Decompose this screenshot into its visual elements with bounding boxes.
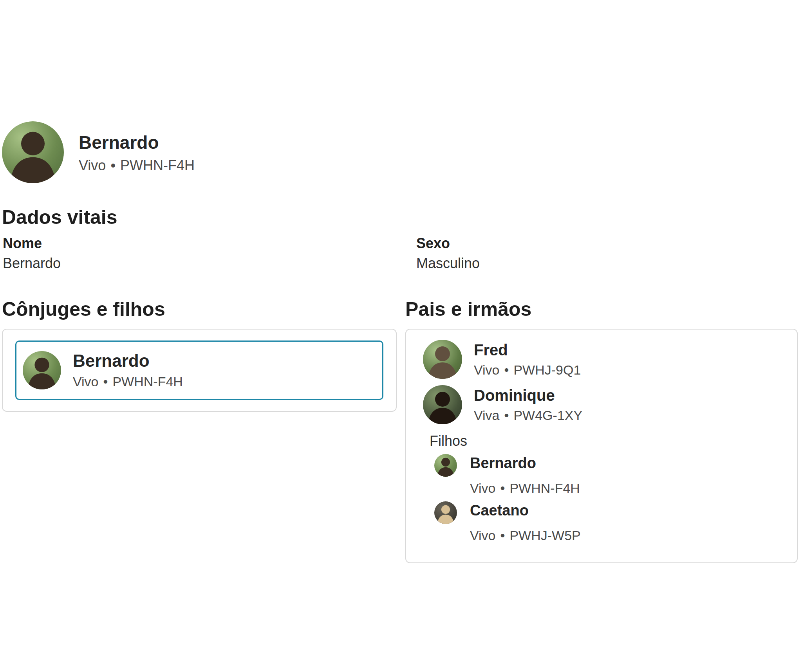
field-value: Masculino [416,254,798,273]
spouses-card: Bernardo Vivo•PWHN-F4H [2,329,397,412]
life-status: Vivo [79,157,106,173]
person-row[interactable]: Fred Vivo•PWHJ-9Q1 [423,340,781,379]
child-avatar [434,454,457,477]
vitals-section: Dados vitais Nome Bernardo Sexo Masculin… [2,207,798,273]
vitals-field-nome: Nome Bernardo [2,234,397,273]
bullet-separator: • [504,407,509,424]
person-subtitle: Viva•PW4G-1XY [474,407,582,424]
person-row[interactable]: Caetano Vivo•PWHJ-W5P [434,501,781,544]
page-title: Bernardo [79,132,195,153]
person-id: PWHJ-9Q1 [513,362,581,377]
parents-section: Pais e irmãos Fred Vivo•PWHJ-9Q1 [405,299,798,563]
bullet-separator: • [110,157,116,174]
person-subtitle: Vivo•PWHN-F4H [470,480,781,497]
spouses-heading: Cônjuges e filhos [2,299,397,320]
field-label: Nome [3,234,397,253]
person-row[interactable]: Bernardo Vivo•PWHN-F4H [434,454,781,497]
parent-avatar [423,385,462,424]
parents-card: Fred Vivo•PWHJ-9Q1 Dominique Viva•PW4G-1… [405,329,798,563]
field-label: Sexo [416,234,798,253]
parent-avatar [423,340,462,379]
vitals-heading: Dados vitais [2,207,798,228]
bullet-separator: • [103,374,108,389]
spouse-card-avatar [23,351,61,389]
life-status: Vivo [474,362,500,377]
header-avatar [2,121,64,183]
person-id: PWHN-F4H [112,374,182,389]
bullet-separator: • [500,480,505,497]
person-id: PWHN-F4H [509,481,580,495]
person-id: PWHN-F4H [120,157,195,173]
person-name: Dominique [474,386,582,405]
person-subtitle: Vivo•PWHJ-W5P [470,527,781,544]
person-id: PW4G-1XY [513,408,582,423]
person-name: Fred [474,341,581,359]
person-subtitle: Vivo•PWHN-F4H [73,374,183,389]
selected-person-card[interactable]: Bernardo Vivo•PWHN-F4H [15,341,383,400]
vitals-field-sexo: Sexo Masculino [405,234,798,273]
person-name: Bernardo [73,351,183,371]
life-status: Viva [474,408,500,423]
child-avatar [434,501,457,524]
children-label: Filhos [430,432,781,450]
person-name: Caetano [470,501,781,520]
profile-header: Bernardo Vivo•PWHN-F4H [2,121,195,183]
life-status: Vivo [470,481,496,495]
person-subtitle: Vivo•PWHJ-9Q1 [474,362,581,378]
person-row[interactable]: Dominique Viva•PW4G-1XY [423,385,781,424]
field-value: Bernardo [3,254,397,273]
person-id: PWHJ-W5P [509,528,580,543]
life-status: Vivo [470,528,496,543]
spouses-section: Cônjuges e filhos Bernardo Vivo•PWHN-F4H [2,299,397,412]
header-subtitle: Vivo•PWHN-F4H [79,157,195,174]
bullet-separator: • [504,362,509,378]
bullet-separator: • [500,527,505,544]
life-status: Vivo [73,374,99,389]
parents-heading: Pais e irmãos [405,299,798,320]
person-name: Bernardo [470,454,781,473]
